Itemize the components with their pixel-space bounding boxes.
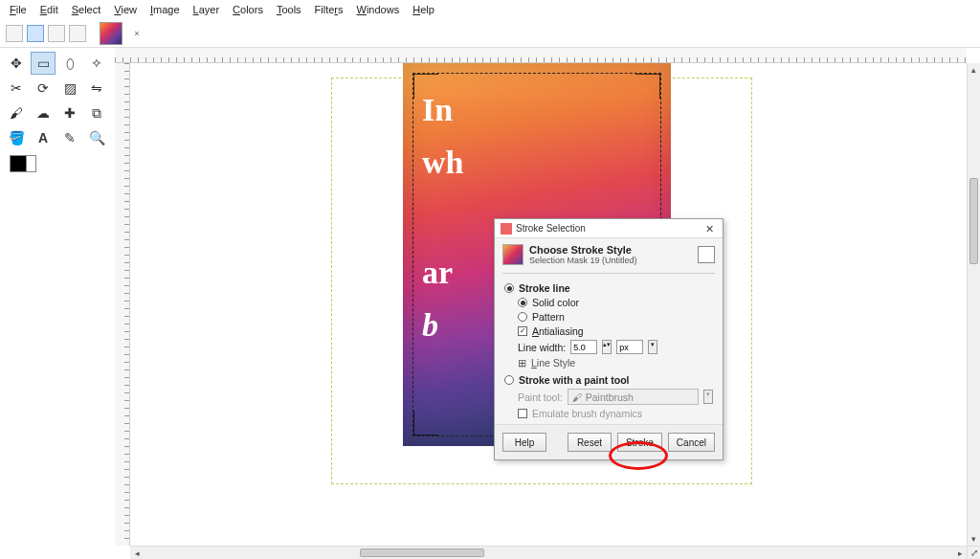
menu-file[interactable]: File (4, 2, 33, 17)
dialog-title-bar[interactable]: Stroke Selection ✕ (495, 219, 723, 238)
line-width-unit-dropdown[interactable]: ▾ (648, 340, 657, 354)
line-width-spinner[interactable]: ▴▾ (602, 340, 612, 354)
document-tab-thumbnail[interactable] (100, 22, 122, 45)
opt-4[interactable] (69, 25, 86, 42)
checkbox-antialiasing[interactable] (518, 326, 527, 336)
line-width-unit-select[interactable] (616, 340, 643, 354)
dialog-body: Stroke line Solid color Pattern Antialia… (495, 276, 723, 424)
emulate-label: Emulate brush dynamics (532, 408, 642, 419)
main-area: ✥ ▭ ⬯ ✧ ✂ ⟳ ▨ ⇋ 🖌 ☁ ✚ ⧉ 🪣 A ✎ 🔍 In w (0, 48, 980, 559)
pattern-label: Pattern (532, 311, 565, 323)
opt-1[interactable] (6, 25, 23, 42)
menu-view[interactable]: View (108, 2, 143, 17)
dialog-header-icon (502, 244, 523, 265)
stroke-line-label: Stroke line (519, 282, 570, 294)
paint-tool-select: 🖌 Paintbrush (568, 389, 699, 405)
menu-image[interactable]: Image (145, 2, 186, 17)
radio-paint-tool[interactable] (504, 375, 514, 385)
tool-clone[interactable]: ⧉ (84, 101, 109, 124)
horizontal-ruler (115, 48, 967, 63)
vertical-scrollbar[interactable]: ▴ ▾ (967, 63, 980, 546)
dialog-subheading: Selection Mask 19 (Untitled) (529, 256, 637, 265)
dialog-button-row: Help Reset Stroke Cancel (495, 424, 723, 459)
tool-zoom[interactable]: 🔍 (84, 126, 109, 149)
reset-button[interactable]: Reset (568, 433, 612, 452)
tool-free-select[interactable]: ⬯ (57, 52, 82, 75)
tool-crop[interactable]: ✂ (4, 77, 29, 100)
document-tab-close[interactable]: × (130, 27, 144, 40)
separator (502, 273, 715, 274)
menu-windows[interactable]: Windows (351, 2, 406, 17)
scroll-up-arrow[interactable]: ▴ (968, 63, 980, 77)
dialog-heading: Choose Stroke Style (529, 244, 637, 256)
antialias-label: Antialiasing (532, 325, 584, 337)
menu-bar: File Edit Select View Image Layer Colors… (0, 0, 980, 19)
menu-filters[interactable]: Filters (309, 2, 349, 17)
stroke-selection-dialog: Stroke Selection ✕ Choose Stroke Style S… (494, 218, 724, 460)
checkbox-emulate-dynamics (518, 409, 527, 418)
tool-smudge[interactable]: ☁ (31, 101, 56, 124)
paint-tool-label: Paint tool: (518, 391, 563, 403)
menu-edit[interactable]: Edit (34, 2, 64, 17)
color-swatches[interactable] (10, 155, 38, 184)
help-button[interactable]: Help (502, 433, 546, 452)
navigation-corner-icon[interactable]: ⤢ (967, 546, 980, 559)
tool-color-picker[interactable]: ✎ (57, 126, 82, 149)
opt-2[interactable] (27, 25, 44, 42)
solid-color-label: Solid color (532, 297, 579, 308)
scroll-left-arrow[interactable]: ◂ (130, 547, 144, 559)
cancel-button[interactable]: Cancel (668, 433, 715, 452)
tool-heal[interactable]: ✚ (57, 101, 82, 124)
horizontal-scrollbar[interactable]: ◂ ▸ (130, 546, 967, 559)
dialog-header: Choose Stroke Style Selection Mask 19 (U… (495, 238, 723, 271)
tool-bucket[interactable]: 🪣 (4, 126, 29, 149)
menu-select[interactable]: Select (66, 2, 107, 17)
menu-tools[interactable]: Tools (271, 2, 307, 17)
tool-text[interactable]: A (31, 126, 56, 149)
tool-move[interactable]: ✥ (4, 52, 29, 75)
tool-flip[interactable]: ⇋ (84, 77, 109, 100)
line-width-label: Line width: (518, 342, 566, 353)
line-style-label[interactable]: Line Style (531, 357, 575, 369)
tool-scale[interactable]: ▨ (57, 77, 82, 100)
foreground-color-swatch[interactable] (10, 155, 27, 172)
line-width-input[interactable] (570, 340, 597, 354)
paint-tool-value: Paintbrush (586, 391, 634, 403)
close-icon[interactable]: ✕ (702, 223, 717, 235)
paint-tool-dropdown: ▾ (703, 390, 713, 404)
dialog-window-title: Stroke Selection (516, 223, 698, 234)
stroke-color-swatch[interactable] (698, 246, 715, 263)
crop-handle-tr[interactable] (635, 74, 660, 99)
radio-stroke-line[interactable] (504, 283, 514, 293)
tool-paintbrush[interactable]: 🖌 (4, 101, 29, 124)
tool-rect-select[interactable]: ▭ (31, 52, 56, 75)
paintbrush-icon: 🖌 (572, 391, 583, 403)
radio-pattern[interactable] (518, 312, 527, 322)
dialog-app-icon (501, 223, 512, 235)
tool-rotate[interactable]: ⟳ (31, 77, 56, 100)
stroke-button[interactable]: Stroke (617, 433, 662, 452)
menu-colors[interactable]: Colors (227, 2, 269, 17)
crop-handle-tl[interactable] (413, 74, 438, 99)
crop-handle-bl[interactable] (413, 411, 438, 436)
scroll-down-arrow[interactable]: ▾ (968, 532, 980, 546)
expander-icon[interactable]: ⊞ (518, 357, 526, 369)
tool-fuzzy-select[interactable]: ✧ (84, 52, 109, 75)
radio-solid-color[interactable] (518, 298, 527, 307)
vertical-scroll-thumb[interactable] (969, 178, 978, 264)
menu-layer[interactable]: Layer (188, 2, 226, 17)
scroll-right-arrow[interactable]: ▸ (953, 547, 967, 559)
toolbox: ✥ ▭ ⬯ ✧ ✂ ⟳ ▨ ⇋ 🖌 ☁ ✚ ⧉ 🪣 A ✎ 🔍 (0, 48, 115, 188)
paint-tool-section-label: Stroke with a paint tool (519, 374, 630, 386)
opt-3[interactable] (48, 25, 65, 42)
horizontal-scroll-thumb[interactable] (360, 548, 484, 557)
tool-options-bar: × (0, 19, 980, 48)
menu-help[interactable]: Help (407, 2, 440, 17)
vertical-ruler (115, 63, 130, 546)
